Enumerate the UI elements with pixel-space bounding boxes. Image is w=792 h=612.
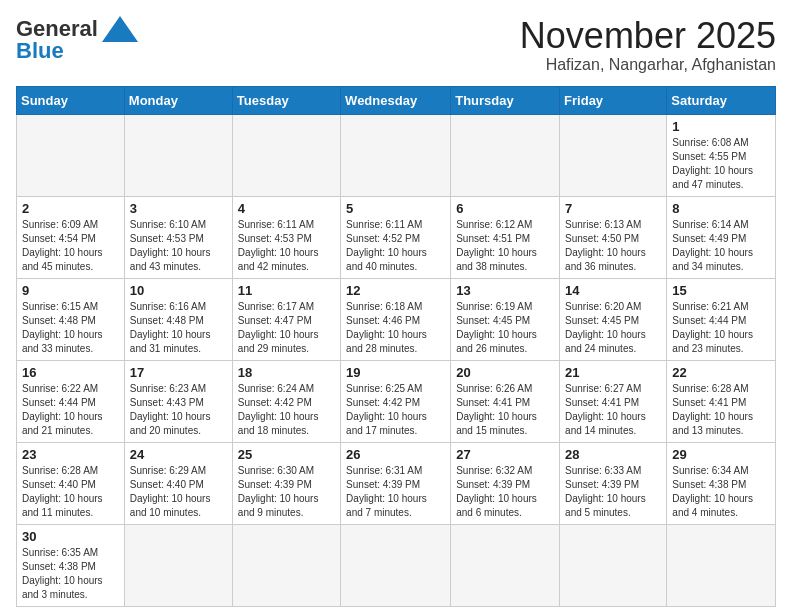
logo-icon	[102, 16, 138, 42]
weekday-header-saturday: Saturday	[667, 86, 776, 114]
logo: General Blue	[16, 16, 138, 64]
day-info: Sunrise: 6:29 AM Sunset: 4:40 PM Dayligh…	[130, 464, 227, 520]
day-info: Sunrise: 6:32 AM Sunset: 4:39 PM Dayligh…	[456, 464, 554, 520]
day-info: Sunrise: 6:23 AM Sunset: 4:43 PM Dayligh…	[130, 382, 227, 438]
day-info: Sunrise: 6:15 AM Sunset: 4:48 PM Dayligh…	[22, 300, 119, 356]
svg-rect-1	[114, 30, 126, 42]
day-info: Sunrise: 6:19 AM Sunset: 4:45 PM Dayligh…	[456, 300, 554, 356]
day-number: 7	[565, 201, 661, 216]
calendar-cell	[341, 524, 451, 606]
weekday-header-monday: Monday	[124, 86, 232, 114]
calendar-cell: 15Sunrise: 6:21 AM Sunset: 4:44 PM Dayli…	[667, 278, 776, 360]
calendar-cell: 9Sunrise: 6:15 AM Sunset: 4:48 PM Daylig…	[17, 278, 125, 360]
logo-blue-text: Blue	[16, 38, 64, 64]
calendar-cell	[124, 524, 232, 606]
calendar-cell: 20Sunrise: 6:26 AM Sunset: 4:41 PM Dayli…	[451, 360, 560, 442]
day-number: 1	[672, 119, 770, 134]
month-title: November 2025	[520, 16, 776, 56]
calendar-cell: 1Sunrise: 6:08 AM Sunset: 4:55 PM Daylig…	[667, 114, 776, 196]
calendar-cell	[560, 524, 667, 606]
day-info: Sunrise: 6:33 AM Sunset: 4:39 PM Dayligh…	[565, 464, 661, 520]
calendar-cell: 22Sunrise: 6:28 AM Sunset: 4:41 PM Dayli…	[667, 360, 776, 442]
calendar-cell: 11Sunrise: 6:17 AM Sunset: 4:47 PM Dayli…	[232, 278, 340, 360]
calendar-cell: 19Sunrise: 6:25 AM Sunset: 4:42 PM Dayli…	[341, 360, 451, 442]
day-number: 17	[130, 365, 227, 380]
day-number: 25	[238, 447, 335, 462]
calendar-cell: 25Sunrise: 6:30 AM Sunset: 4:39 PM Dayli…	[232, 442, 340, 524]
calendar-row-2: 9Sunrise: 6:15 AM Sunset: 4:48 PM Daylig…	[17, 278, 776, 360]
day-info: Sunrise: 6:21 AM Sunset: 4:44 PM Dayligh…	[672, 300, 770, 356]
weekday-header-thursday: Thursday	[451, 86, 560, 114]
calendar-table: SundayMondayTuesdayWednesdayThursdayFrid…	[16, 86, 776, 607]
calendar-cell: 5Sunrise: 6:11 AM Sunset: 4:52 PM Daylig…	[341, 196, 451, 278]
day-info: Sunrise: 6:14 AM Sunset: 4:49 PM Dayligh…	[672, 218, 770, 274]
calendar-row-3: 16Sunrise: 6:22 AM Sunset: 4:44 PM Dayli…	[17, 360, 776, 442]
day-number: 5	[346, 201, 445, 216]
day-number: 29	[672, 447, 770, 462]
day-info: Sunrise: 6:16 AM Sunset: 4:48 PM Dayligh…	[130, 300, 227, 356]
calendar-title-area: November 2025 Hafizan, Nangarhar, Afghan…	[520, 16, 776, 74]
weekday-header-sunday: Sunday	[17, 86, 125, 114]
calendar-cell: 27Sunrise: 6:32 AM Sunset: 4:39 PM Dayli…	[451, 442, 560, 524]
day-number: 8	[672, 201, 770, 216]
day-info: Sunrise: 6:24 AM Sunset: 4:42 PM Dayligh…	[238, 382, 335, 438]
day-number: 26	[346, 447, 445, 462]
calendar-cell: 30Sunrise: 6:35 AM Sunset: 4:38 PM Dayli…	[17, 524, 125, 606]
day-number: 16	[22, 365, 119, 380]
day-info: Sunrise: 6:10 AM Sunset: 4:53 PM Dayligh…	[130, 218, 227, 274]
day-info: Sunrise: 6:35 AM Sunset: 4:38 PM Dayligh…	[22, 546, 119, 602]
day-number: 27	[456, 447, 554, 462]
calendar-cell: 7Sunrise: 6:13 AM Sunset: 4:50 PM Daylig…	[560, 196, 667, 278]
day-info: Sunrise: 6:13 AM Sunset: 4:50 PM Dayligh…	[565, 218, 661, 274]
weekday-header-friday: Friday	[560, 86, 667, 114]
calendar-cell: 23Sunrise: 6:28 AM Sunset: 4:40 PM Dayli…	[17, 442, 125, 524]
day-number: 20	[456, 365, 554, 380]
day-number: 22	[672, 365, 770, 380]
day-number: 28	[565, 447, 661, 462]
calendar-cell	[667, 524, 776, 606]
calendar-cell: 3Sunrise: 6:10 AM Sunset: 4:53 PM Daylig…	[124, 196, 232, 278]
day-number: 19	[346, 365, 445, 380]
day-info: Sunrise: 6:28 AM Sunset: 4:40 PM Dayligh…	[22, 464, 119, 520]
day-info: Sunrise: 6:34 AM Sunset: 4:38 PM Dayligh…	[672, 464, 770, 520]
day-number: 21	[565, 365, 661, 380]
calendar-cell	[560, 114, 667, 196]
calendar-row-5: 30Sunrise: 6:35 AM Sunset: 4:38 PM Dayli…	[17, 524, 776, 606]
day-number: 14	[565, 283, 661, 298]
day-number: 15	[672, 283, 770, 298]
calendar-cell: 18Sunrise: 6:24 AM Sunset: 4:42 PM Dayli…	[232, 360, 340, 442]
day-number: 24	[130, 447, 227, 462]
calendar-cell: 14Sunrise: 6:20 AM Sunset: 4:45 PM Dayli…	[560, 278, 667, 360]
day-info: Sunrise: 6:22 AM Sunset: 4:44 PM Dayligh…	[22, 382, 119, 438]
calendar-cell: 13Sunrise: 6:19 AM Sunset: 4:45 PM Dayli…	[451, 278, 560, 360]
day-info: Sunrise: 6:09 AM Sunset: 4:54 PM Dayligh…	[22, 218, 119, 274]
day-info: Sunrise: 6:12 AM Sunset: 4:51 PM Dayligh…	[456, 218, 554, 274]
calendar-row-1: 2Sunrise: 6:09 AM Sunset: 4:54 PM Daylig…	[17, 196, 776, 278]
weekday-header-row: SundayMondayTuesdayWednesdayThursdayFrid…	[17, 86, 776, 114]
day-number: 10	[130, 283, 227, 298]
calendar-cell	[17, 114, 125, 196]
calendar-cell: 10Sunrise: 6:16 AM Sunset: 4:48 PM Dayli…	[124, 278, 232, 360]
calendar-cell: 21Sunrise: 6:27 AM Sunset: 4:41 PM Dayli…	[560, 360, 667, 442]
day-info: Sunrise: 6:28 AM Sunset: 4:41 PM Dayligh…	[672, 382, 770, 438]
day-info: Sunrise: 6:25 AM Sunset: 4:42 PM Dayligh…	[346, 382, 445, 438]
day-number: 30	[22, 529, 119, 544]
calendar-cell: 6Sunrise: 6:12 AM Sunset: 4:51 PM Daylig…	[451, 196, 560, 278]
location-subtitle: Hafizan, Nangarhar, Afghanistan	[520, 56, 776, 74]
calendar-cell	[124, 114, 232, 196]
weekday-header-wednesday: Wednesday	[341, 86, 451, 114]
calendar-cell: 4Sunrise: 6:11 AM Sunset: 4:53 PM Daylig…	[232, 196, 340, 278]
calendar-cell	[232, 114, 340, 196]
day-info: Sunrise: 6:17 AM Sunset: 4:47 PM Dayligh…	[238, 300, 335, 356]
calendar-cell: 16Sunrise: 6:22 AM Sunset: 4:44 PM Dayli…	[17, 360, 125, 442]
day-info: Sunrise: 6:20 AM Sunset: 4:45 PM Dayligh…	[565, 300, 661, 356]
day-number: 13	[456, 283, 554, 298]
page-header: General Blue November 2025 Hafizan, Nang…	[16, 16, 776, 74]
day-info: Sunrise: 6:26 AM Sunset: 4:41 PM Dayligh…	[456, 382, 554, 438]
day-number: 3	[130, 201, 227, 216]
calendar-cell	[451, 524, 560, 606]
day-number: 2	[22, 201, 119, 216]
calendar-cell: 2Sunrise: 6:09 AM Sunset: 4:54 PM Daylig…	[17, 196, 125, 278]
day-number: 11	[238, 283, 335, 298]
day-info: Sunrise: 6:18 AM Sunset: 4:46 PM Dayligh…	[346, 300, 445, 356]
